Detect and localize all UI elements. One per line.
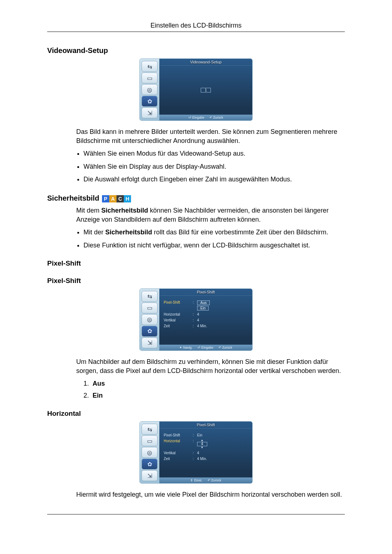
row-label: Zeit (164, 457, 193, 461)
heading-sicherheitsbild: Sicherheitsbild P A C H (47, 194, 345, 202)
osd-back-hint: ↶ Zurück (219, 346, 232, 349)
enter-icon: ⏎ (188, 116, 191, 119)
badge-h-icon: H (124, 195, 131, 202)
horizontal-body: Hiermit wird festgelegt, um wie viele Pi… (76, 490, 345, 499)
row-value: 4 (197, 451, 199, 455)
pixelshift-body: Um Nachbilder auf dem Bildschirm zu verh… (76, 357, 345, 401)
sicherheit-bullets: Mit der Sicherheitsbild rollt das Bild f… (83, 228, 345, 250)
chevron-up-icon: ▲ (201, 439, 204, 442)
row-value: Ein (197, 433, 202, 437)
footer-rule (47, 514, 345, 514)
osd-row-horizontal: Horizontal : 4 (164, 312, 248, 316)
row-value: 4 Min. (197, 324, 207, 328)
opt-ein: Ein (197, 306, 209, 311)
row-value: Aus Ein (197, 300, 210, 311)
osd-main: Pixel-Shift Pixel-Shift : Aus Ein Horizo… (159, 289, 252, 350)
osd-row-vertikal: Vertikal : 4 (164, 318, 248, 322)
videowand-bullets: Wählen Sie einen Modus für das Videowand… (83, 149, 345, 184)
osd-videowand: ⇆ ▭ ◎ ✿ ⇲ Videowand-Setup 1 ⏎ Eingabe ↶ … (139, 58, 253, 121)
osd-row-zeit: Zeit : 4 Min. (164, 324, 248, 328)
osd-sidebar: ⇆ ▭ ◎ ✿ ⇲ (140, 422, 159, 483)
row-value: 4 (197, 318, 199, 322)
osd-nav-icon-2: ▭ (142, 303, 158, 313)
osd-row-vertikal: Vertikal : 4 (164, 451, 248, 455)
list-item: 1. Aus (83, 379, 345, 388)
videowand-intro: Das Bild kann in mehrere Bilder untertei… (76, 127, 345, 145)
osd-row-pixelshift: Pixel-Shift : Aus Ein (164, 300, 248, 311)
row-label: Pixel-Shift (164, 433, 193, 437)
osd-content: Pixel-Shift : Aus Ein Horizontal : 4 Ver… (159, 296, 252, 345)
osd-title: Pixel-Shift (159, 422, 252, 428)
heading-text: Sicherheitsbild (47, 194, 99, 202)
osd-footer: ⇕ Einst. ↶ Zurück (159, 477, 252, 483)
osd-sidebar: ⇆ ▭ ◎ ✿ ⇲ (140, 289, 159, 350)
badge-p-icon: P (102, 195, 109, 202)
list-item: 2. Ein (83, 391, 345, 400)
osd-row-horizontal: Horizontal : ▲ 4 ▼ (164, 439, 248, 449)
osd-nav-icon-2: ▭ (142, 73, 158, 83)
document-page: Einstellen des LCD-Bildschirms Videowand… (0, 0, 392, 554)
osd-enter-hint: ⏎ Eingabe (188, 116, 204, 119)
osd-nav-icon-3: ◎ (142, 314, 158, 325)
page-header: Einstellen des LCD-Bildschirms (47, 22, 345, 32)
osd-selected-box: 1 (201, 88, 211, 93)
heading-pixelshift-1: Pixel-Shift (47, 259, 345, 267)
osd-main: Pixel-Shift Pixel-Shift : Ein Horizontal… (159, 422, 252, 483)
osd-content: 1 (159, 66, 252, 115)
nav-icon: ✦ (179, 346, 182, 349)
osd-title: Videowand-Setup (159, 59, 252, 66)
osd-nav-icon-4: ✿ (142, 459, 158, 469)
source-badges: P A C H (102, 195, 131, 202)
osd-footer: ⏎ Eingabe ↶ Zurück (159, 115, 252, 120)
bullet: Die Auswahl erfolgt durch Eingeben einer… (83, 175, 345, 184)
pixelshift-list: 1. Aus 2. Ein (83, 379, 345, 400)
horizontal-text: Hiermit wird festgelegt, um wie viele Pi… (76, 490, 345, 499)
bullet: Wählen Sie einen Modus für das Videowand… (83, 149, 345, 158)
bullet: Wählen Sie ein Display aus der Display-A… (83, 162, 345, 171)
row-value: 4 (197, 312, 199, 316)
row-label: Horizontal (164, 312, 193, 316)
badge-a-icon: A (109, 195, 117, 202)
osd-nav-icon-5: ⇲ (142, 470, 158, 481)
osd-content: Pixel-Shift : Ein Horizontal : ▲ 4 ▼ Ver… (159, 428, 252, 477)
osd-nav-icon-2: ▭ (142, 435, 158, 446)
pixelshift-intro: Um Nachbilder auf dem Bildschirm zu verh… (76, 357, 345, 376)
row-value: 4 Min. (197, 457, 207, 461)
badge-c-icon: C (117, 195, 124, 202)
osd-enter-hint: ⏎ Eingabe (197, 346, 213, 349)
heading-pixelshift-2: Pixel-Shift (47, 277, 345, 285)
osd-nav-icon-3: ◎ (142, 84, 158, 95)
osd-footer: ✦ Navig. ⏎ Eingabe ↶ Zurück (159, 345, 252, 350)
osd-nav-icon-5: ⇲ (142, 337, 158, 348)
updown-icon: ⇕ (190, 479, 193, 482)
sicherheit-intro: Mit dem Sicherheitsbild können Sie Nachb… (76, 206, 345, 224)
osd-adjust-hint: ⇕ Einst. (190, 479, 202, 482)
videowand-body: Das Bild kann in mehrere Bilder untertei… (76, 127, 345, 184)
row-label: Vertikal (164, 318, 193, 322)
osd-nav-icon-5: ⇲ (142, 107, 158, 118)
osd-nav-hint: ✦ Navig. (179, 346, 192, 349)
row-value-spinner: ▲ 4 ▼ (197, 439, 207, 449)
row-label: Vertikal (164, 451, 193, 455)
back-icon: ↶ (219, 346, 221, 349)
osd-nav-icon-1: ⇆ (142, 61, 158, 72)
osd-nav-icon-4: ✿ (142, 96, 158, 107)
back-icon: ↶ (209, 116, 212, 119)
bullet: Mit der Sicherheitsbild rollt das Bild f… (83, 228, 345, 237)
back-icon: ↶ (208, 479, 211, 482)
osd-title: Pixel-Shift (159, 289, 252, 296)
osd-pixelshift: ⇆ ▭ ◎ ✿ ⇲ Pixel-Shift Pixel-Shift : Aus … (139, 288, 253, 351)
osd-horizontal: ⇆ ▭ ◎ ✿ ⇲ Pixel-Shift Pixel-Shift : Ein … (139, 421, 253, 484)
row-label: Horizontal (164, 439, 193, 449)
opt-aus: Aus (197, 300, 210, 305)
row-label: Zeit (164, 324, 193, 328)
osd-nav-icon-1: ⇆ (142, 424, 158, 435)
osd-nav-icon-1: ⇆ (142, 291, 158, 302)
osd-sidebar: ⇆ ▭ ◎ ✿ ⇲ (140, 59, 159, 120)
row-label: Pixel-Shift (164, 300, 193, 311)
osd-main: Videowand-Setup 1 ⏎ Eingabe ↶ Zurück (159, 59, 252, 120)
osd-back-hint: ↶ Zurück (209, 116, 223, 119)
heading-videowand: Videowand-Setup (47, 46, 345, 55)
osd-nav-icon-3: ◎ (142, 447, 158, 458)
bullet: Diese Funktion ist nicht verfügbar, wenn… (83, 241, 345, 250)
